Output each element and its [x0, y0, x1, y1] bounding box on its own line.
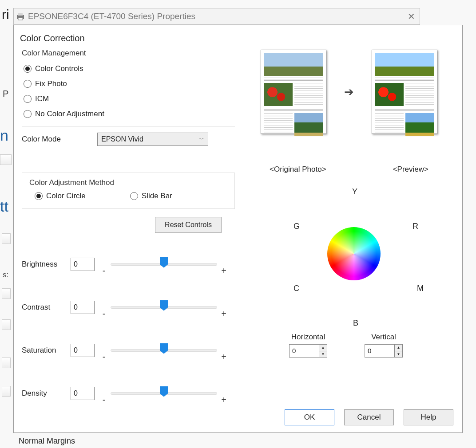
spin-down-icon[interactable]: ▼	[395, 351, 402, 358]
radio-dot-icon	[24, 95, 32, 103]
slider-thumb-icon[interactable]	[160, 257, 168, 268]
bg-doc-icon	[2, 288, 11, 299]
svg-rect-2	[18, 18, 23, 20]
arrow-right-icon: ➔	[344, 85, 354, 99]
horizontal-value[interactable]: 0	[290, 345, 319, 357]
radio-dot-icon	[35, 192, 43, 200]
horizontal-label: Horizontal	[289, 333, 327, 342]
contrast-slider[interactable]	[111, 306, 217, 309]
slider-thumb-icon[interactable]	[160, 386, 168, 397]
color-management-label: Color Management	[22, 49, 235, 58]
spin-up-icon[interactable]: ▲	[395, 345, 402, 351]
radio-dot-icon	[24, 110, 32, 118]
preview-label: <Preview>	[393, 165, 428, 174]
help-button[interactable]: Help	[404, 409, 453, 425]
saturation-label: Saturation	[22, 346, 71, 355]
bg-doc-icon	[2, 319, 11, 330]
bg-doc-icon	[2, 386, 11, 397]
spin-down-icon[interactable]: ▼	[319, 351, 327, 358]
bg-fragment: P	[3, 89, 8, 99]
adjustment-method-group: Color Adjustment Method Color Circle Sli…	[22, 173, 235, 209]
slider-thumb-icon[interactable]	[160, 343, 168, 354]
radio-label: Color Circle	[46, 192, 86, 200]
plus-icon: +	[217, 352, 230, 362]
plus-icon: +	[217, 395, 230, 405]
dialog-title: Color Correction	[14, 25, 462, 49]
wheel-label-r: R	[413, 222, 418, 231]
preview-photo	[372, 50, 437, 134]
bg-doc-icon	[2, 233, 11, 244]
original-photo-label: <Original Photo>	[270, 165, 326, 174]
wheel-label-g: G	[294, 222, 300, 231]
radio-icm[interactable]: ICM	[24, 91, 235, 106]
minus-icon: -	[97, 352, 111, 362]
original-photo-preview	[261, 50, 326, 134]
minus-icon: -	[97, 395, 111, 405]
properties-titlebar: EPSONE6F3C4 (ET-4700 Series) Properties …	[13, 8, 420, 25]
radio-label: Slide Bar	[142, 192, 172, 200]
radio-label: No Color Adjustment	[35, 110, 104, 118]
bg-doc-icon	[2, 358, 11, 368]
radio-label: Color Controls	[35, 64, 83, 73]
color-mode-value: EPSON Vivid	[101, 135, 143, 143]
density-label: Density	[22, 389, 71, 398]
contrast-value[interactable]: 0	[71, 301, 95, 314]
cancel-button[interactable]: Cancel	[344, 409, 394, 425]
reset-controls-button[interactable]: Reset Controls	[155, 217, 222, 233]
minus-icon: -	[97, 266, 111, 276]
color-correction-dialog: Color Correction Color Management Color …	[13, 25, 463, 433]
radio-dot-icon	[24, 80, 32, 88]
radio-dot-icon	[130, 192, 138, 200]
density-value[interactable]: 0	[71, 387, 95, 400]
bg-fragment: ri	[2, 7, 9, 22]
brightness-slider[interactable]	[111, 263, 217, 266]
wheel-label-b: B	[353, 318, 358, 328]
properties-title: EPSONE6F3C4 (ET-4700 Series) Properties	[28, 12, 195, 21]
svg-rect-1	[18, 13, 23, 16]
close-icon[interactable]: ✕	[403, 11, 420, 22]
color-circle-area: Y G R C M B Horizontal 0 ▲▼ Ve	[245, 187, 453, 342]
horizontal-spinner[interactable]: 0 ▲▼	[289, 344, 327, 358]
minus-icon: -	[97, 309, 111, 319]
bg-printer-icon	[0, 154, 12, 165]
color-wheel[interactable]	[327, 227, 381, 280]
saturation-slider[interactable]	[111, 349, 217, 352]
radio-fix-photo[interactable]: Fix Photo	[24, 76, 235, 91]
chevron-down-icon: ﹀	[199, 136, 204, 143]
bg-fragment: s:	[3, 271, 8, 279]
color-mode-label: Color Mode	[22, 135, 97, 144]
radio-label: ICM	[35, 94, 49, 103]
radio-no-adjust[interactable]: No Color Adjustment	[24, 106, 235, 122]
divider	[22, 126, 235, 126]
vertical-label: Vertical	[365, 333, 403, 342]
radio-color-controls[interactable]: Color Controls	[24, 61, 235, 76]
radio-dot-icon	[24, 65, 32, 73]
radio-color-circle[interactable]: Color Circle	[35, 192, 86, 200]
brightness-value[interactable]: 0	[71, 258, 95, 271]
printer-icon	[16, 12, 25, 21]
color-management-group: Color Controls Fix Photo ICM No Color Ad…	[24, 61, 235, 122]
bg-normal-margins: Normal Margins	[19, 436, 75, 446]
color-mode-select[interactable]: EPSON Vivid ﹀	[97, 133, 208, 146]
plus-icon: +	[217, 266, 230, 276]
adjustment-method-label: Color Adjustment Method	[29, 178, 227, 187]
vertical-value[interactable]: 0	[365, 345, 394, 357]
vertical-spinner[interactable]: 0 ▲▼	[365, 344, 403, 358]
wheel-label-m: M	[417, 284, 424, 293]
wheel-label-c: C	[294, 284, 299, 293]
radio-label: Fix Photo	[35, 79, 67, 88]
brightness-label: Brightness	[22, 260, 71, 269]
plus-icon: +	[217, 309, 230, 319]
contrast-label: Contrast	[22, 303, 71, 312]
spin-up-icon[interactable]: ▲	[319, 345, 327, 351]
density-slider[interactable]	[111, 392, 217, 395]
saturation-value[interactable]: 0	[71, 344, 95, 357]
ok-button[interactable]: OK	[285, 409, 334, 425]
bg-fragment: n	[0, 127, 8, 144]
slider-thumb-icon[interactable]	[160, 300, 168, 311]
wheel-label-y: Y	[352, 187, 357, 196]
bg-fragment: tt	[0, 198, 8, 215]
radio-slide-bar[interactable]: Slide Bar	[130, 192, 172, 200]
